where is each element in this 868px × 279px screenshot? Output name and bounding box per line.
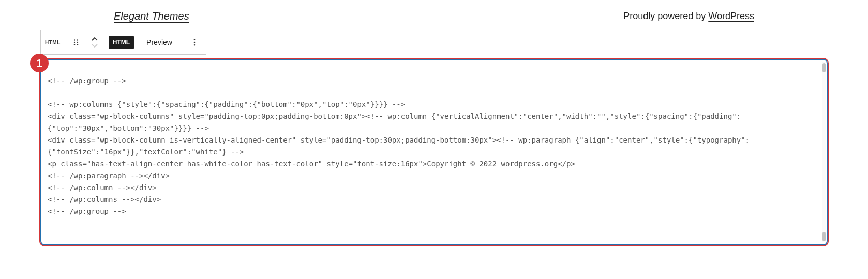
scrollbar-thumb-top[interactable] [822, 63, 826, 72]
drag-handle-icon [71, 38, 81, 47]
svg-point-3 [77, 42, 78, 43]
code-line: <div class="wp-block-column is-verticall… [48, 136, 750, 156]
html-code-editor[interactable]: <!-- /wp:group --> <!-- wp:columns {"sty… [40, 59, 828, 245]
block-type-button[interactable]: HTML [41, 30, 65, 54]
svg-point-4 [74, 44, 75, 45]
code-line: <p class="has-text-align-center has-whit… [48, 160, 575, 168]
scrollbar-thumb-bottom[interactable] [822, 232, 826, 241]
toolbar-group-view-mode: HTML Preview [102, 30, 183, 54]
block-toolbar-wrapper: HTML HTML [40, 30, 837, 55]
code-editor-wrapper: 1 <!-- /wp:group --> <!-- wp:columns {"s… [40, 59, 828, 245]
html-tab-label: HTML [109, 36, 134, 49]
scrollbar-track [822, 62, 826, 242]
toolbar-group-block-type: HTML [41, 30, 102, 54]
svg-point-5 [77, 44, 78, 45]
preview-tab-label: Preview [144, 38, 178, 47]
step-badge: 1 [30, 54, 49, 72]
toolbar-group-more [183, 30, 206, 54]
svg-point-0 [74, 39, 75, 40]
powered-by-prefix: Proudly powered by [623, 11, 708, 21]
code-line: <div class="wp-block-columns" style="pad… [48, 112, 741, 132]
svg-point-6 [194, 39, 196, 40]
page-header: Elegant Themes Proudly powered by WordPr… [31, 10, 837, 30]
more-vertical-icon [190, 38, 199, 47]
move-up-down-button[interactable] [87, 30, 102, 54]
chevron-down-icon [91, 43, 98, 48]
html-block-label: HTML [45, 40, 61, 45]
html-tab-button[interactable]: HTML [102, 30, 140, 54]
chevron-up-icon [91, 37, 98, 42]
code-line: <!-- /wp:column --></div> [48, 183, 157, 192]
code-line: <!-- /wp:paragraph --></div> [48, 172, 170, 180]
block-toolbar: HTML HTML [40, 30, 206, 55]
more-options-button[interactable] [183, 30, 206, 54]
svg-point-1 [77, 39, 78, 40]
powered-by-text: Proudly powered by WordPress [623, 11, 754, 22]
code-line: <!-- /wp:group --> [48, 207, 126, 215]
drag-handle-button[interactable] [65, 30, 87, 54]
svg-point-2 [74, 42, 75, 43]
code-line: <!-- /wp:group --> [48, 76, 126, 85]
site-title-link[interactable]: Elegant Themes [114, 10, 189, 22]
code-line: <!-- /wp:columns --></div> [48, 195, 161, 204]
svg-point-8 [194, 44, 196, 46]
code-line: <!-- wp:columns {"style":{"spacing":{"pa… [48, 100, 405, 109]
wordpress-link[interactable]: WordPress [708, 11, 754, 21]
preview-tab-button[interactable]: Preview [140, 30, 183, 54]
svg-point-7 [194, 42, 196, 43]
